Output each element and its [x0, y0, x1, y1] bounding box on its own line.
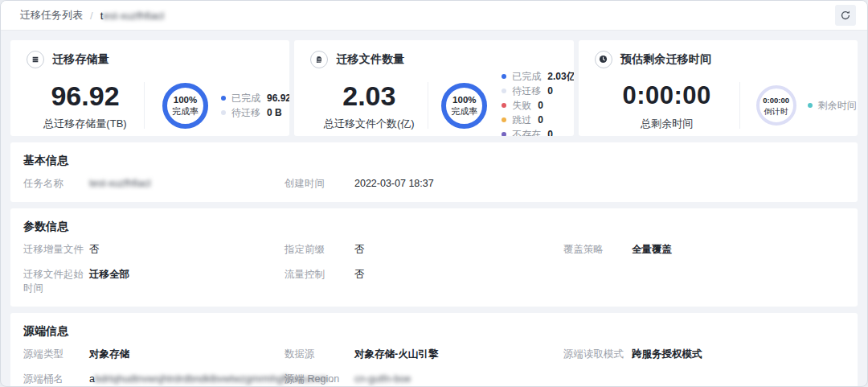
card-migrated-files: 迁移文件数量 2.03 总迁移文件个数(亿) 100% 完成率 已完成 2.03… [294, 40, 573, 136]
legend-dot-pending [221, 110, 226, 115]
progress-percent: 100% [452, 95, 476, 105]
basic-info-panel: 基本信息 任务名称 test-xuzfhfiacl 创建时间 2022-03-0… [10, 142, 858, 202]
legend-item: 剩余时间 [808, 98, 858, 113]
throttle-value: 否 [354, 268, 365, 295]
source-region-redacted: cn-gutfn-boe [354, 373, 411, 386]
storage-legend: 已完成 96.92 TB 待迁移 0 B [221, 91, 289, 120]
incremental-value: 否 [89, 243, 100, 257]
datasource-label: 数据源 [285, 348, 354, 361]
files-icon [310, 51, 328, 68]
info-row: 源端类型 对象存储 数据源 对象存储-火山引擎 源端读取模式 跨服务授权模式 [23, 348, 845, 361]
prefix-label: 指定前缀 [285, 243, 354, 257]
created-time-value: 2022-03-07 18:37 [354, 177, 434, 191]
legend-dot-failed [502, 103, 506, 108]
breadcrumb-separator: / [90, 10, 93, 22]
incremental-label: 迁移增量文件 [23, 243, 89, 257]
task-name-redacted: est-xuzfhfiacl [103, 10, 164, 22]
info-row: 迁移增量文件 否 指定前缀 否 覆盖策略 全量覆盖 [23, 243, 845, 257]
card-title: 预估剩余迁移时间 [620, 52, 712, 67]
overwrite-policy-label: 覆盖策略 [563, 243, 632, 257]
legend-item: 待迁移 0 [502, 84, 573, 98]
parameter-info-panel: 参数信息 迁移增量文件 否 指定前缀 否 覆盖策略 全量覆盖 迁移文件起始时间 … [10, 208, 858, 307]
refresh-button[interactable] [835, 5, 856, 26]
task-name-label: 任务名称 [23, 177, 89, 191]
task-name-value-redacted: test-xuzfhfiacl [89, 177, 150, 191]
divider [428, 82, 428, 129]
card-title: 迁移存储量 [52, 52, 109, 67]
total-storage-label: 总迁移存储量(TB) [27, 117, 144, 131]
legend-dot-done [221, 96, 226, 101]
remaining-time-label: 总剩余时间 [595, 117, 739, 131]
breadcrumb-task-list-link[interactable]: 迁移任务列表 [20, 8, 83, 23]
breadcrumb: 迁移任务列表 / test-xuzfhfiacl [1, 1, 867, 31]
remaining-time-value: 0:00:00 [595, 80, 739, 111]
refresh-icon [840, 10, 851, 21]
bucket-redacted: bdrtqhudtnvwsjhtrdrdbndklbvwtwzgmrmhgfbv… [95, 373, 328, 385]
throttle-label: 流量控制 [285, 268, 354, 295]
legend-item: 失败 0 [502, 98, 573, 113]
total-files-label: 总迁移文件个数(亿) [310, 117, 428, 131]
legend-item: 跳过 0 [502, 113, 573, 127]
source-bucket-label: 源端桶名 [23, 373, 89, 386]
legend-dot-pending [502, 89, 506, 93]
legend-dot-skipped [502, 117, 506, 122]
basic-info-title: 基本信息 [23, 153, 845, 167]
countdown-ring: 0:00:00 倒计时 [756, 85, 796, 126]
source-info-title: 源端信息 [23, 323, 845, 338]
card-title: 迁移文件数量 [336, 52, 404, 67]
legend-item: 不存在 0 [502, 127, 573, 136]
total-storage-value: 96.92 [27, 80, 144, 111]
legend-dot-remaining [808, 103, 813, 108]
legend-item: 待迁移 0 B [221, 105, 289, 120]
legend-dot-notexist [502, 132, 506, 136]
stat-cards: 迁移存储量 96.92 总迁移存储量(TB) 100% 完成率 已完成 96.9… [10, 40, 858, 136]
breadcrumb-task-name: test-xuzfhfiacl [100, 10, 165, 22]
card-remaining-time: 预估剩余迁移时间 0:00:00 总剩余时间 0:00:00 倒计时 剩余时间 [579, 40, 858, 136]
card-migrated-storage: 迁移存储量 96.92 总迁移存储量(TB) 100% 完成率 已完成 96.9… [10, 40, 289, 136]
info-row: 迁移文件起始时间 迁移全部 流量控制 否 [23, 268, 845, 295]
divider [739, 82, 740, 129]
source-bucket-value: abdrtqhudtnvwsjhtrdrdbndklbvwtwzgmrmhgfb… [89, 373, 334, 386]
files-legend: 已完成 2.03亿 待迁移 0 失败 0 跳过 [502, 69, 573, 136]
progress-percent: 100% [174, 95, 197, 105]
source-info-panel: 源端信息 源端类型 对象存储 数据源 对象存储-火山引擎 源端读取模式 跨服务授… [10, 313, 858, 387]
countdown-caption: 倒计时 [764, 106, 788, 117]
countdown-value: 0:00:00 [763, 95, 789, 105]
prefix-value: 否 [354, 243, 365, 257]
migration-task-detail-page: 迁移任务列表 / test-xuzfhfiacl 迁移存储量 96.92 总迁移… [0, 0, 868, 387]
clock-icon [595, 51, 612, 68]
created-time-label: 创建时间 [285, 177, 354, 191]
source-type-label: 源端类型 [23, 348, 89, 361]
legend-item: 已完成 96.92 TB [221, 91, 289, 105]
storage-progress-ring: 100% 完成率 [162, 83, 208, 129]
info-row: 源端桶名 abdrtqhudtnvwsjhtrdrdbndklbvwtwzgmr… [23, 373, 845, 386]
source-type-value: 对象存储 [89, 348, 129, 361]
legend-item: 已完成 2.03亿 [502, 69, 573, 84]
read-mode-value: 跨服务授权模式 [632, 348, 702, 361]
progress-caption: 完成率 [451, 106, 477, 117]
parameter-info-title: 参数信息 [23, 219, 845, 233]
start-time-label: 迁移文件起始时间 [23, 268, 89, 295]
storage-icon [27, 51, 44, 68]
datasource-value: 对象存储-火山引擎 [354, 348, 438, 361]
time-legend: 剩余时间 [808, 98, 858, 113]
legend-dot-done [502, 74, 506, 79]
divider [144, 82, 145, 129]
info-row: 任务名称 test-xuzfhfiacl 创建时间 2022-03-07 18:… [23, 177, 845, 191]
read-mode-label: 源端读取模式 [563, 348, 632, 361]
progress-caption: 完成率 [172, 106, 199, 117]
overwrite-policy-value: 全量覆盖 [632, 243, 672, 257]
total-files-value: 2.03 [310, 80, 428, 111]
start-time-value: 迁移全部 [89, 268, 129, 295]
files-progress-ring: 100% 完成率 [441, 83, 487, 129]
